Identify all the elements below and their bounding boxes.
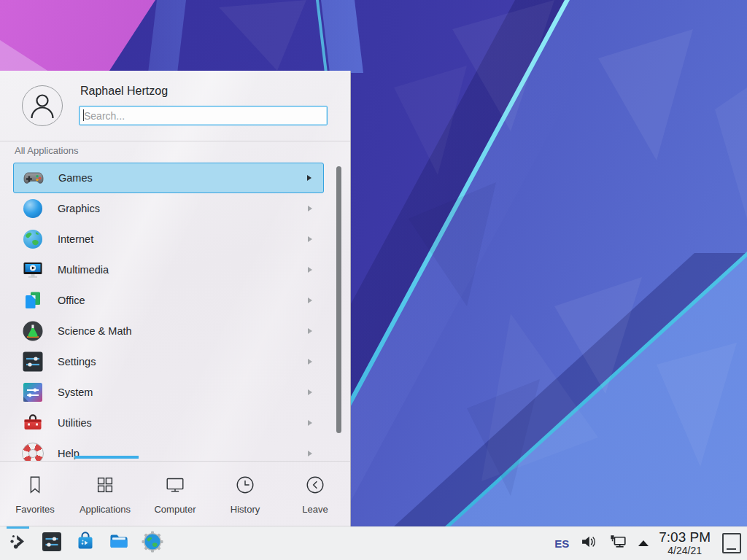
- submenu-arrow-icon: [308, 236, 312, 242]
- submenu-arrow-icon: [308, 298, 312, 303]
- expand-tray-icon[interactable]: [638, 540, 649, 546]
- gamepad-icon: [22, 166, 45, 190]
- folder-icon: [107, 530, 131, 556]
- category-science-math[interactable]: Science & Math: [13, 316, 324, 346]
- monitor-icon: [164, 474, 186, 499]
- user-name: Raphael Hertzog: [80, 85, 168, 98]
- application-launcher-button[interactable]: [6, 531, 31, 556]
- discover-bag-icon: [74, 530, 97, 556]
- sphere-icon: [21, 197, 44, 220]
- file-manager-button[interactable]: [107, 531, 131, 556]
- category-label: Science & Math: [58, 325, 308, 337]
- volume-icon[interactable]: [579, 532, 598, 554]
- application-launcher-menu: Raphael Hertzog All Applications: [0, 71, 351, 526]
- active-indicator: [7, 526, 29, 529]
- submenu-arrow-icon: [307, 175, 311, 181]
- submenu-arrow-icon: [308, 206, 312, 211]
- tab-favorites[interactable]: Favorites: [0, 462, 70, 526]
- grid-icon: [94, 474, 116, 499]
- category-label: Internet: [58, 233, 308, 245]
- clock-date: 4/24/21: [659, 545, 711, 556]
- browser-globe-icon: [141, 530, 164, 556]
- user-avatar-icon: [22, 85, 63, 126]
- submenu-arrow-icon: [308, 267, 312, 273]
- tab-label: History: [231, 504, 260, 515]
- search-input[interactable]: [79, 106, 328, 125]
- tab-applications[interactable]: Applications: [70, 462, 140, 526]
- clock-time: 7:03 PM: [659, 530, 711, 545]
- network-icon[interactable]: [608, 532, 628, 555]
- taskbar-apps: [6, 531, 165, 556]
- category-label: Games: [58, 172, 307, 184]
- system-settings-icon: [40, 530, 63, 556]
- header-divider: [0, 141, 350, 141]
- kickoff-icon: [7, 531, 29, 556]
- digital-clock[interactable]: 7:03 PM 4/24/21: [659, 530, 711, 556]
- globe-icon: [21, 228, 44, 251]
- submenu-arrow-icon: [308, 420, 312, 426]
- category-label: Multimedia: [58, 264, 308, 276]
- system-tray: ES 7:03 PM 4/2: [554, 530, 741, 556]
- category-office[interactable]: Office: [13, 285, 324, 316]
- launcher-tabbar: Favorites Applications C: [0, 462, 350, 526]
- category-label: Graphics: [58, 203, 308, 214]
- show-desktop-button[interactable]: [722, 533, 741, 553]
- submenu-arrow-icon: [308, 451, 312, 456]
- scrollbar[interactable]: [336, 166, 341, 433]
- sliders-icon: [21, 350, 44, 373]
- tab-leave[interactable]: Leave: [280, 462, 350, 526]
- tab-label: Favorites: [15, 504, 54, 515]
- leave-icon: [304, 474, 326, 499]
- category-list: Games Graphics: [0, 163, 333, 461]
- submenu-arrow-icon: [308, 328, 312, 334]
- system-settings-button[interactable]: [39, 531, 64, 556]
- category-settings[interactable]: Settings: [13, 346, 324, 377]
- media-player-icon: [21, 258, 44, 281]
- lifebuoy-icon: [21, 442, 44, 461]
- tab-label: Applications: [80, 504, 131, 515]
- category-system[interactable]: System: [13, 377, 324, 408]
- search-field-wrap: [79, 106, 328, 125]
- keyboard-layout-indicator[interactable]: ES: [554, 537, 569, 550]
- desktop: Raphael Hertzog All Applications: [0, 0, 747, 560]
- tab-label: Computer: [154, 504, 196, 515]
- category-help[interactable]: Help: [13, 438, 324, 461]
- discover-button[interactable]: [73, 531, 98, 556]
- submenu-arrow-icon: [308, 389, 312, 395]
- section-label: All Applications: [15, 145, 78, 156]
- category-label: Utilities: [58, 417, 308, 429]
- category-games[interactable]: Games: [13, 163, 324, 193]
- category-label: Office: [58, 295, 308, 306]
- scroll-edge-highlight: [74, 456, 139, 459]
- category-utilities[interactable]: Utilities: [13, 408, 324, 438]
- system-sliders-icon: [21, 381, 44, 404]
- submenu-arrow-icon: [308, 359, 312, 365]
- category-graphics[interactable]: Graphics: [13, 193, 324, 224]
- category-label: System: [58, 386, 308, 398]
- tab-history[interactable]: History: [210, 462, 280, 526]
- category-label: Settings: [58, 356, 308, 368]
- category-internet[interactable]: Internet: [13, 224, 324, 254]
- toolbox-icon: [21, 411, 44, 435]
- clock-icon: [234, 474, 256, 499]
- tab-computer[interactable]: Computer: [140, 462, 210, 526]
- category-multimedia[interactable]: Multimedia: [13, 254, 324, 285]
- bookmark-icon: [24, 474, 46, 499]
- tab-label: Leave: [302, 504, 328, 515]
- documents-icon: [21, 289, 44, 312]
- flask-icon: [21, 319, 44, 343]
- text-cursor: [83, 109, 84, 121]
- web-browser-button[interactable]: [140, 531, 165, 556]
- taskbar-panel: ES 7:03 PM 4/2: [0, 526, 747, 560]
